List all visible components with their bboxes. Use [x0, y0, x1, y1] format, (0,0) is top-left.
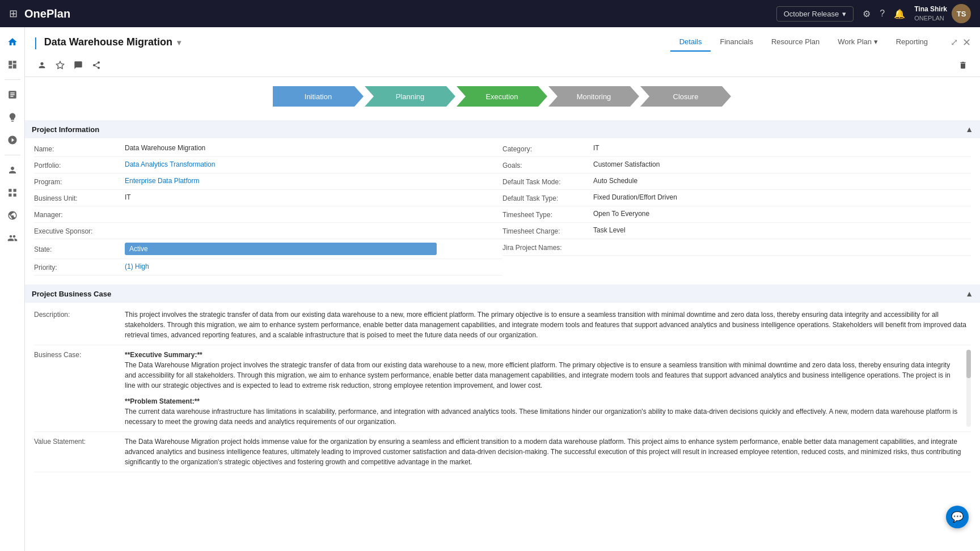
field-business-unit-label: Business Unit: [34, 193, 125, 202]
field-timesheet-charge-label: Timesheet Charge: [502, 226, 593, 235]
field-timesheet-type-label: Timesheet Type: [502, 210, 593, 219]
field-jira-project-names: Jira Project Names: [502, 239, 971, 256]
stage-closure-label: Closure [673, 92, 699, 101]
fields-right-col: Category: IT Goals: Customer Satisfactio… [502, 141, 971, 276]
field-portfolio-label: Portfolio: [34, 160, 125, 169]
field-default-task-type-label: Default Task Type: [502, 193, 593, 202]
release-dropdown-icon: ▾ [842, 10, 846, 18]
tab-details[interactable]: Details [670, 33, 711, 52]
page-title: Data Warehouse Migration [44, 36, 172, 48]
field-portfolio-value[interactable]: Data Analytics Transformation [125, 160, 215, 168]
stage-monitoring[interactable]: Monitoring [548, 86, 639, 107]
sidebar-separator-1 [5, 79, 20, 80]
user-org: ONEPLAN [914, 14, 947, 22]
stages-bar: Initiation Planning Execution Monitoring… [25, 77, 980, 113]
tab-work-plan-dropdown-icon: ▾ [874, 37, 878, 46]
field-default-task-mode-value: Auto Schedule [593, 177, 637, 185]
field-name-value: Data Warehouse Migration [125, 144, 205, 152]
section-business-case-collapse-icon: ▲ [965, 289, 973, 298]
toolbar-star-icon[interactable] [52, 57, 68, 73]
business-case-scrollbar[interactable] [966, 350, 971, 427]
scrollable-content: Project Information ▲ Name: Data Warehou… [25, 113, 980, 551]
field-default-task-mode: Default Task Mode: Auto Schedule [502, 173, 971, 190]
help-icon[interactable]: ? [880, 9, 885, 19]
release-label: October Release [784, 10, 839, 18]
state-badge[interactable]: Active [125, 243, 437, 255]
field-goals: Goals: Customer Satisfaction [502, 157, 971, 173]
title-dropdown-icon[interactable]: ▾ [177, 38, 181, 47]
sidebar-item-lightbulb[interactable] [2, 107, 23, 128]
field-description-label: Description: [34, 310, 125, 319]
stage-execution[interactable]: Execution [457, 86, 547, 107]
business-case-fields: Description: This project involves the s… [34, 303, 971, 472]
content-header: | Data Warehouse Migration ▾ Details Fin… [25, 27, 980, 77]
sidebar-item-pages[interactable] [2, 54, 23, 75]
toolbar-comment-icon[interactable] [70, 57, 86, 73]
field-priority: Priority: (1) High [34, 259, 502, 276]
field-default-task-type-value: Fixed Duration/Effort Driven [593, 193, 677, 201]
field-value-statement: Value Statement: The Data Warehouse Migr… [34, 432, 971, 472]
section-project-information[interactable]: Project Information ▲ [25, 120, 980, 138]
stage-initiation-label: Initiation [305, 92, 332, 101]
title-pipe: | [34, 35, 37, 50]
sidebar-item-target[interactable] [2, 130, 23, 150]
main-layout: | Data Warehouse Migration ▾ Details Fin… [0, 27, 980, 551]
app-logo: OnePlan [24, 7, 770, 20]
tab-resource-plan[interactable]: Resource Plan [762, 33, 829, 52]
sidebar-item-grid[interactable] [2, 183, 23, 203]
toolbar-share-icon[interactable] [88, 57, 104, 73]
sidebar-item-users[interactable] [2, 228, 23, 248]
field-executive-sponsor-label: Executive Sponsor: [34, 226, 125, 235]
field-program: Program: Enterprise Data Platform [34, 173, 502, 190]
stage-closure[interactable]: Closure [640, 86, 731, 107]
field-executive-sponsor: Executive Sponsor: [34, 223, 502, 239]
business-case-problem-heading: **Problem Statement:** [125, 396, 962, 406]
field-manager: Manager: [34, 206, 502, 223]
field-business-case: Business Case: **Executive Summary:** Th… [34, 345, 971, 432]
tab-work-plan[interactable]: Work Plan ▾ [829, 33, 886, 52]
business-case-problem-text: The current data warehouse infrastructur… [125, 406, 962, 427]
field-priority-label: Priority: [34, 262, 125, 272]
field-category-label: Category: [502, 144, 593, 153]
tab-financials[interactable]: Financials [711, 33, 762, 52]
expand-icon[interactable]: ⤢ [951, 37, 958, 48]
field-manager-label: Manager: [34, 210, 125, 219]
field-timesheet-type: Timesheet Type: Open To Everyone [502, 206, 971, 223]
floating-action-icon: 💬 [951, 511, 964, 523]
field-name-label: Name: [34, 144, 125, 153]
settings-icon[interactable]: ⚙ [863, 9, 871, 19]
sidebar-item-home[interactable] [2, 32, 23, 52]
stage-initiation[interactable]: Initiation [273, 86, 364, 107]
sidebar-item-person[interactable] [2, 160, 23, 180]
field-business-unit-value: IT [125, 193, 131, 201]
close-icon[interactable]: ✕ [962, 36, 971, 49]
field-category-value: IT [593, 144, 599, 152]
stage-planning-label: Planning [396, 92, 425, 101]
apps-grid-icon[interactable]: ⊞ [9, 7, 18, 20]
content-area: | Data Warehouse Migration ▾ Details Fin… [25, 27, 980, 551]
field-description: Description: This project involves the s… [34, 305, 971, 345]
field-business-case-value: **Executive Summary:** The Data Warehous… [125, 350, 971, 427]
project-title-area: | Data Warehouse Migration ▾ [34, 35, 181, 50]
notification-bell-icon[interactable]: 🔔 [894, 9, 905, 19]
field-jira-project-names-label: Jira Project Names: [502, 243, 593, 252]
toolbar-person-icon[interactable] [34, 57, 50, 73]
tab-reporting[interactable]: Reporting [887, 33, 937, 52]
section-business-case-title: Project Business Case [32, 290, 111, 298]
field-program-value[interactable]: Enterprise Data Platform [125, 177, 199, 185]
user-name-area: Tina Shirk ONEPLAN [914, 5, 947, 22]
stage-execution-label: Execution [485, 92, 518, 101]
sidebar-item-analytics[interactable] [2, 84, 23, 105]
tab-work-plan-label: Work Plan [838, 37, 872, 46]
floating-action-button[interactable]: 💬 [946, 506, 969, 528]
section-business-case[interactable]: Project Business Case ▲ [25, 285, 980, 303]
field-category: Category: IT [502, 141, 971, 157]
sidebar [0, 27, 25, 551]
stage-planning[interactable]: Planning [365, 86, 455, 107]
sidebar-item-globe[interactable] [2, 205, 23, 226]
toolbar-delete-icon[interactable] [955, 57, 971, 73]
field-program-label: Program: [34, 177, 125, 186]
avatar[interactable]: TS [952, 4, 971, 23]
release-button[interactable]: October Release ▾ [776, 6, 854, 22]
stage-monitoring-label: Monitoring [577, 92, 611, 101]
